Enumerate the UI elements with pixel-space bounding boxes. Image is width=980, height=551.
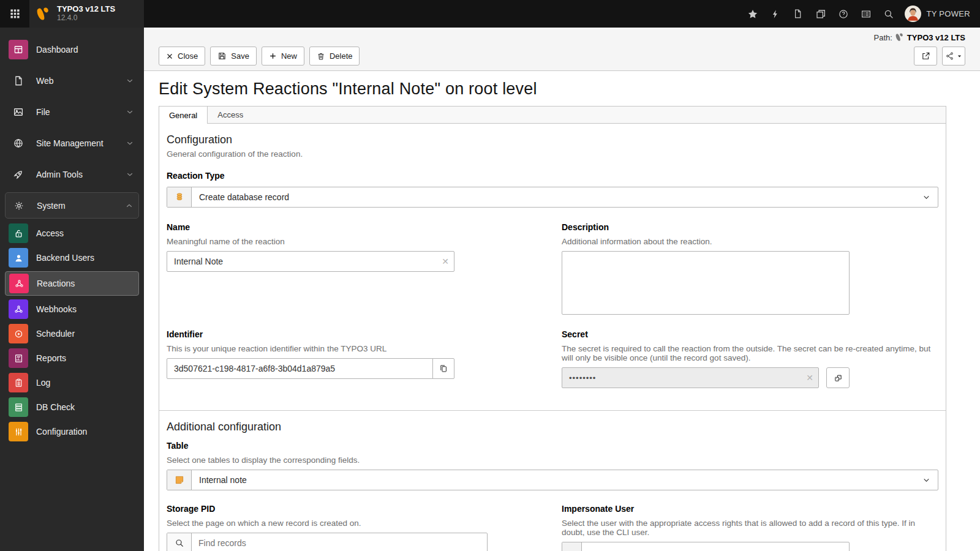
sliders-icon	[9, 422, 28, 441]
database-stack-icon	[9, 397, 28, 417]
search-icon[interactable]	[877, 0, 900, 28]
sidebar-item-reactions[interactable]: Reactions	[5, 271, 139, 296]
section-configuration: Configuration General configuration of t…	[159, 124, 946, 410]
addon	[562, 542, 582, 551]
tab-general[interactable]: General	[159, 107, 208, 124]
chevron-down-icon	[126, 170, 134, 179]
path-label: Path:	[874, 33, 892, 42]
table-select[interactable]: Internal note	[167, 470, 938, 490]
dashboard-icon	[9, 40, 28, 59]
close-icon	[166, 53, 173, 60]
product-version: 12.4.0	[57, 14, 115, 23]
chevron-up-icon	[125, 201, 134, 210]
module-menu: Dashboard Web File	[0, 28, 144, 551]
storage-pid-search	[167, 533, 488, 551]
impersonate-user-select[interactable]	[562, 542, 850, 551]
identifier-input[interactable]	[167, 358, 433, 379]
apps-grid-icon	[10, 9, 20, 19]
chevron-down-icon	[126, 139, 134, 148]
description-textarea[interactable]	[562, 251, 850, 315]
clear-cache-bolt-icon[interactable]	[764, 0, 786, 28]
open-in-new-window-button[interactable]	[914, 47, 937, 66]
sidebar-item-configuration[interactable]: Configuration	[0, 419, 144, 444]
user-name: TY POWER	[926, 9, 970, 18]
chevron-down-icon	[126, 77, 134, 85]
sidebar-item-scheduler[interactable]: Scheduler	[0, 321, 144, 346]
save-icon	[217, 51, 227, 61]
sidebar-item-dashboard[interactable]: Dashboard	[0, 34, 144, 65]
storage-pid-label: Storage PID	[167, 504, 543, 514]
plus-icon	[269, 52, 277, 60]
secret-label: Secret	[562, 329, 938, 339]
share-icon	[945, 51, 954, 61]
new-document-icon[interactable]	[786, 0, 809, 28]
sidebar-item-system[interactable]: System	[5, 192, 139, 219]
clear-icon[interactable]: ✕	[442, 257, 449, 266]
tab-access[interactable]: Access	[208, 107, 253, 123]
tab-bar: General Access	[159, 106, 946, 123]
sidebar-item-db-check[interactable]: DB Check	[0, 395, 144, 419]
new-button[interactable]: New	[262, 47, 304, 66]
identifier-label: Identifier	[167, 329, 543, 339]
share-dropdown-button[interactable]	[942, 47, 965, 66]
regenerate-secret-button[interactable]	[826, 367, 850, 388]
copy-to-clipboard-button[interactable]	[432, 358, 454, 379]
module-body: Path: TYPO3 v12 LTS	[144, 28, 980, 551]
trash-icon	[317, 52, 325, 61]
chevron-down-icon	[922, 476, 930, 484]
module-menu-toggle-button[interactable]	[0, 0, 29, 28]
docheader: Path: TYPO3 v12 LTS	[144, 28, 980, 71]
tab-panel-general: Configuration General configuration of t…	[159, 123, 946, 551]
web-page-icon	[9, 71, 28, 91]
sidebar-item-web[interactable]: Web	[0, 65, 144, 96]
sidebar-item-admin-tools[interactable]: Admin Tools	[0, 159, 144, 190]
sidebar-item-webhooks[interactable]: Webhooks	[0, 297, 144, 321]
sidebar-item-site-management[interactable]: Site Management	[0, 127, 144, 159]
clipboard-copy-icon	[439, 364, 448, 373]
close-button[interactable]: Close	[159, 47, 205, 66]
help-icon[interactable]	[832, 0, 854, 28]
reaction-type-label: Reaction Type	[167, 171, 938, 181]
page-title: Edit System Reactions "Internal Note" on…	[159, 80, 946, 99]
gear-icon	[9, 196, 29, 216]
user-icon	[9, 248, 28, 268]
save-button[interactable]: Save	[210, 47, 257, 66]
bookmark-star-icon[interactable]	[741, 0, 764, 28]
topbar: TYPO3 v12 LTS 12.4.0	[0, 0, 980, 28]
open-in-new-window-icon	[921, 51, 930, 61]
brand[interactable]: TYPO3 v12 LTS 12.4.0	[29, 0, 144, 28]
find-records-input[interactable]	[192, 533, 487, 551]
path-value: TYPO3 v12 LTS	[907, 33, 965, 42]
regenerate-icon	[834, 373, 843, 383]
form-content: Edit System Reactions "Internal Note" on…	[144, 71, 980, 551]
chevron-down-icon	[126, 108, 134, 116]
breadcrumb: TYPO3 v12 LTS	[895, 32, 965, 42]
sidebar-item-file[interactable]: File	[0, 96, 144, 127]
section-heading: Configuration	[167, 133, 938, 146]
table-label: Table	[167, 441, 938, 451]
globe-icon	[9, 133, 28, 153]
clipboard-icon	[9, 373, 28, 392]
report-chart-icon	[9, 348, 28, 368]
topbar-tools	[741, 0, 900, 28]
user-menu[interactable]: TY POWER	[900, 0, 980, 28]
sidebar-item-reports[interactable]: Reports	[0, 346, 144, 370]
system-information-icon[interactable]	[854, 0, 877, 28]
typo3-logo-gray	[895, 32, 905, 42]
rocket-icon	[9, 165, 28, 184]
secret-input[interactable]	[562, 367, 819, 388]
database-coins-icon	[167, 187, 192, 207]
sidebar-item-access[interactable]: Access	[0, 221, 144, 246]
nodes-icon	[9, 274, 29, 293]
sidebar-item-backend-users[interactable]: Backend Users	[0, 246, 144, 270]
sidebar-item-log[interactable]: Log	[0, 370, 144, 395]
clear-icon[interactable]: ✕	[806, 373, 813, 382]
name-label: Name	[167, 222, 543, 232]
nodes-icon	[9, 299, 28, 319]
workspaces-icon[interactable]	[809, 0, 832, 28]
name-input[interactable]	[167, 251, 454, 272]
reaction-type-select[interactable]: Create database record	[167, 187, 938, 208]
play-circle-icon	[9, 324, 28, 343]
avatar	[905, 6, 921, 22]
delete-button[interactable]: Delete	[309, 47, 360, 66]
